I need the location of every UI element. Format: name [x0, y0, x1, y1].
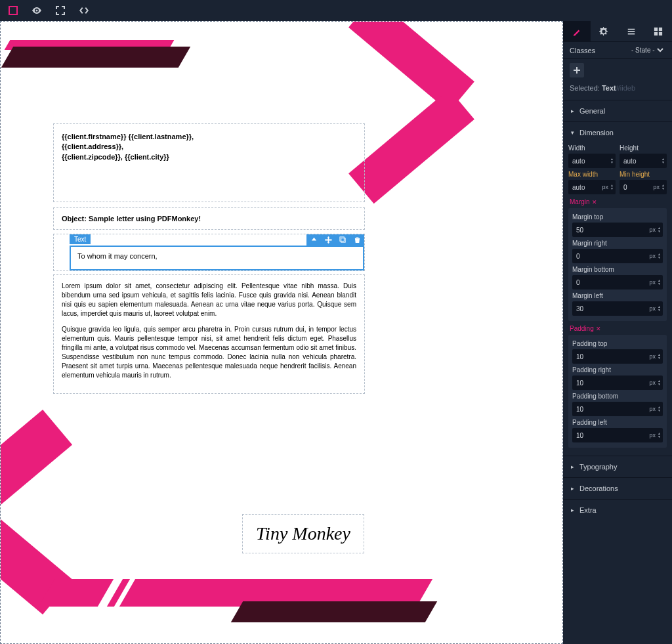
- section-dimension[interactable]: Dimension: [563, 123, 672, 142]
- add-class-button[interactable]: [570, 63, 584, 77]
- state-select[interactable]: - State -: [629, 46, 665, 54]
- tab-styles[interactable]: [563, 21, 591, 41]
- maxwidth-label: Max width: [568, 171, 616, 178]
- dimension-content: Width ▲▼ Height ▲▼ Max width: [563, 142, 672, 454]
- svg-rect-6: [654, 32, 658, 35]
- paragraph-block[interactable]: Lorem ipsum dolor sit amet, consectetur …: [53, 274, 365, 394]
- tab-settings[interactable]: [591, 21, 618, 41]
- copy-icon[interactable]: [335, 234, 350, 246]
- margin-right-input[interactable]: px▲▼: [572, 249, 663, 263]
- padding-subsection[interactable]: Padding✕: [568, 321, 667, 335]
- caret-right-icon: [571, 463, 574, 470]
- panel-tabs: [563, 21, 672, 42]
- close-icon: ✕: [592, 199, 597, 205]
- svg-point-1: [36, 10, 38, 12]
- eye-icon[interactable]: [29, 3, 45, 18]
- margin-bottom-input[interactable]: px▲▼: [572, 275, 663, 290]
- greeting-text[interactable]: To whom it may concern,: [70, 246, 364, 270]
- height-input[interactable]: ▲▼: [620, 154, 667, 168]
- width-label: Width: [568, 144, 616, 152]
- decoration-bottom-dark: [231, 601, 437, 622]
- object-label: Object: Sample letter using PDFMonkey!: [62, 215, 201, 223]
- address-line: {{client.address}},: [62, 142, 356, 152]
- svg-rect-2: [341, 238, 345, 242]
- padding-top-input[interactable]: px▲▼: [572, 349, 663, 364]
- caret-down-icon: [571, 129, 574, 136]
- classes-row: Classes - State -: [563, 42, 672, 59]
- paragraph: Lorem ipsum dolor sit amet, consectetur …: [62, 282, 356, 318]
- code-icon[interactable]: [76, 3, 92, 18]
- margin-left-input[interactable]: px▲▼: [572, 301, 663, 316]
- rect-tool-icon[interactable]: [5, 3, 21, 18]
- caret-right-icon: [571, 485, 574, 492]
- section-general[interactable]: General: [563, 102, 672, 120]
- address-block[interactable]: {{client.firstname}} {{client.lastname}}…: [53, 123, 365, 202]
- signature-block[interactable]: Tiny Monkey: [242, 514, 364, 553]
- maxwidth-input[interactable]: px ▲▼: [568, 180, 616, 194]
- delete-icon[interactable]: [350, 234, 364, 246]
- section-typography[interactable]: Typography: [563, 458, 672, 476]
- selected-text-block[interactable]: Text To whom it may concern,: [53, 234, 365, 271]
- svg-rect-7: [659, 32, 662, 35]
- classes-label: Classes: [570, 47, 595, 54]
- close-icon: ✕: [596, 326, 601, 332]
- signature-text: Tiny Monkey: [256, 523, 350, 544]
- top-toolbar: [0, 0, 672, 21]
- selected-info: Selected: Text#iideb: [563, 81, 672, 98]
- selection-toolbar: [306, 234, 364, 246]
- margin-subsection[interactable]: Margin✕: [568, 194, 667, 208]
- width-input[interactable]: ▲▼: [568, 154, 616, 168]
- svg-rect-3: [339, 237, 343, 241]
- move-up-icon[interactable]: [306, 234, 321, 246]
- minheight-label: Min height: [620, 171, 667, 178]
- margin-top-input[interactable]: px▲▼: [572, 223, 663, 237]
- padding-bottom-input[interactable]: px▲▼: [572, 402, 663, 416]
- selection-type-badge: Text: [70, 234, 91, 244]
- minheight-input[interactable]: px ▲▼: [620, 180, 667, 194]
- section-decorations[interactable]: Decorations: [563, 479, 672, 498]
- svg-rect-5: [659, 27, 662, 30]
- tab-blocks[interactable]: [645, 21, 673, 41]
- tab-layers[interactable]: [618, 21, 645, 41]
- decoration-top-dark: [1, 47, 190, 68]
- right-panel: Classes - State - Selected: Text#iideb G…: [563, 21, 672, 644]
- object-block[interactable]: Object: Sample letter using PDFMonkey!: [53, 207, 365, 230]
- padding-left-input[interactable]: px▲▼: [572, 428, 663, 442]
- address-line: {{client.zipcode}}, {{client.city}}: [62, 152, 356, 162]
- padding-right-input[interactable]: px▲▼: [572, 376, 663, 390]
- caret-right-icon: [571, 108, 574, 114]
- caret-right-icon: [571, 507, 574, 513]
- address-line: {{client.firstname}} {{client.lastname}}…: [62, 132, 356, 142]
- paragraph: Quisque gravida leo ligula, quis semper …: [62, 325, 356, 380]
- fullscreen-icon[interactable]: [52, 3, 68, 18]
- canvas[interactable]: {{client.firstname}} {{client.lastname}}…: [0, 21, 563, 644]
- section-extra[interactable]: Extra: [563, 501, 672, 519]
- height-label: Height: [620, 144, 667, 152]
- move-icon[interactable]: [321, 234, 335, 246]
- svg-rect-4: [654, 27, 658, 30]
- svg-rect-0: [9, 7, 17, 14]
